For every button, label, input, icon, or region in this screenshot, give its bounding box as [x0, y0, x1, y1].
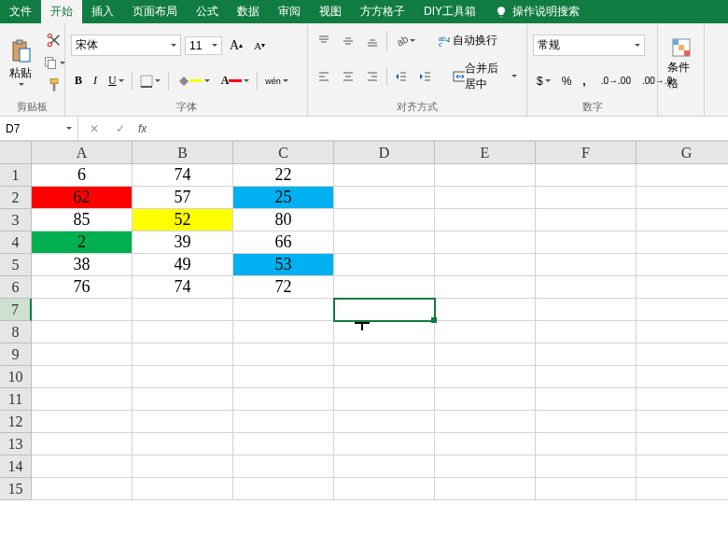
- cell-F15[interactable]: [536, 478, 637, 500]
- cell-C4[interactable]: 66: [233, 231, 334, 254]
- fx-icon[interactable]: fx: [138, 122, 147, 135]
- cell-C7[interactable]: [233, 299, 334, 321]
- name-box[interactable]: D7: [0, 117, 78, 140]
- bold-button[interactable]: B: [71, 72, 86, 90]
- cell-F2[interactable]: [536, 187, 637, 209]
- select-all-corner[interactable]: [0, 142, 32, 164]
- col-header-D[interactable]: D: [334, 142, 435, 164]
- cell-E1[interactable]: [435, 164, 536, 187]
- cell-G7[interactable]: [637, 299, 728, 321]
- cell-A15[interactable]: [32, 478, 133, 500]
- cell-A13[interactable]: [32, 433, 133, 455]
- cell-B2[interactable]: 57: [133, 187, 233, 209]
- cell-E11[interactable]: [435, 388, 536, 411]
- cell-C14[interactable]: [233, 455, 334, 478]
- increase-decimal-button[interactable]: .0→.00: [597, 74, 635, 88]
- row-header-5[interactable]: 5: [0, 254, 32, 276]
- row-header-2[interactable]: 2: [0, 187, 32, 209]
- cell-C8[interactable]: [233, 321, 334, 343]
- cell-D4[interactable]: [334, 231, 435, 254]
- cell-F8[interactable]: [536, 321, 637, 343]
- menu-tab-插入[interactable]: 插入: [82, 0, 123, 23]
- cell-G12[interactable]: [637, 411, 728, 433]
- menu-tab-开始[interactable]: 开始: [41, 0, 82, 23]
- cell-G4[interactable]: [637, 231, 728, 254]
- row-header-9[interactable]: 9: [0, 343, 32, 366]
- cell-B7[interactable]: [133, 299, 233, 321]
- cell-E3[interactable]: [435, 209, 536, 231]
- cell-F12[interactable]: [536, 411, 637, 433]
- menu-tab-公式[interactable]: 公式: [187, 0, 228, 23]
- menu-tab-审阅[interactable]: 审阅: [269, 0, 310, 23]
- cell-B6[interactable]: 74: [133, 276, 233, 299]
- accounting-format-button[interactable]: $: [533, 73, 554, 90]
- cell-D1[interactable]: [334, 164, 435, 187]
- cell-F5[interactable]: [536, 254, 637, 276]
- cell-D3[interactable]: [334, 209, 435, 231]
- orientation-button[interactable]: ab: [391, 33, 419, 49]
- row-header-15[interactable]: 15: [0, 478, 32, 500]
- cell-D13[interactable]: [334, 433, 435, 455]
- align-center-button[interactable]: [338, 68, 358, 85]
- menu-tab-文件[interactable]: 文件: [0, 0, 41, 23]
- cell-D8[interactable]: [334, 321, 435, 343]
- cell-B9[interactable]: [133, 343, 233, 366]
- cell-B4[interactable]: 39: [133, 231, 233, 254]
- cell-F10[interactable]: [536, 366, 637, 388]
- row-header-4[interactable]: 4: [0, 231, 32, 254]
- cell-C12[interactable]: [233, 411, 334, 433]
- align-right-button[interactable]: [362, 68, 383, 85]
- cell-B15[interactable]: [133, 478, 233, 500]
- cell-D15[interactable]: [334, 478, 435, 500]
- cell-E10[interactable]: [435, 366, 536, 388]
- cell-B11[interactable]: [133, 388, 233, 411]
- phonetic-button[interactable]: wén: [261, 75, 292, 88]
- cell-B14[interactable]: [133, 455, 233, 478]
- cell-B8[interactable]: [133, 321, 233, 343]
- menu-tab-DIY工具箱[interactable]: DIY工具箱: [414, 0, 485, 23]
- col-header-A[interactable]: A: [32, 142, 133, 164]
- formula-input[interactable]: [154, 117, 728, 140]
- cell-F7[interactable]: [536, 299, 637, 321]
- cell-D7[interactable]: [334, 299, 435, 321]
- row-header-3[interactable]: 3: [0, 209, 32, 231]
- cell-C10[interactable]: [233, 366, 334, 388]
- cell-D14[interactable]: [334, 455, 435, 478]
- col-header-C[interactable]: C: [233, 142, 334, 164]
- border-button[interactable]: [136, 73, 164, 90]
- menu-tab-数据[interactable]: 数据: [228, 0, 269, 23]
- percent-button[interactable]: %: [558, 73, 576, 90]
- col-header-F[interactable]: F: [536, 142, 637, 164]
- cell-C6[interactable]: 72: [233, 276, 334, 299]
- cell-E14[interactable]: [435, 455, 536, 478]
- cell-B3[interactable]: 52: [133, 209, 233, 231]
- cell-A9[interactable]: [32, 343, 133, 366]
- cell-D9[interactable]: [334, 343, 435, 366]
- cell-C5[interactable]: 53: [233, 254, 334, 276]
- cell-B10[interactable]: [133, 366, 233, 388]
- cell-G14[interactable]: [637, 455, 728, 478]
- cell-F11[interactable]: [536, 388, 637, 411]
- cell-F13[interactable]: [536, 433, 637, 455]
- font-name-select[interactable]: 宋体: [71, 35, 181, 56]
- decrease-font-button[interactable]: A▾: [250, 38, 269, 53]
- row-header-14[interactable]: 14: [0, 455, 32, 478]
- cell-E15[interactable]: [435, 478, 536, 500]
- menu-tab-视图[interactable]: 视图: [310, 0, 351, 23]
- cell-G11[interactable]: [637, 388, 728, 411]
- cell-B12[interactable]: [133, 411, 233, 433]
- cell-A1[interactable]: 6: [32, 164, 133, 187]
- cell-C2[interactable]: 25: [233, 187, 334, 209]
- cell-D11[interactable]: [334, 388, 435, 411]
- cell-G1[interactable]: [637, 164, 728, 187]
- cell-A12[interactable]: [32, 411, 133, 433]
- row-header-6[interactable]: 6: [0, 276, 32, 299]
- row-header-8[interactable]: 8: [0, 321, 32, 343]
- row-header-7[interactable]: 7: [0, 299, 32, 321]
- align-left-button[interactable]: [314, 68, 334, 85]
- row-header-10[interactable]: 10: [0, 366, 32, 388]
- cell-G5[interactable]: [637, 254, 728, 276]
- cell-A5[interactable]: 38: [32, 254, 133, 276]
- increase-font-button[interactable]: A▴: [226, 36, 246, 55]
- cell-C3[interactable]: 80: [233, 209, 334, 231]
